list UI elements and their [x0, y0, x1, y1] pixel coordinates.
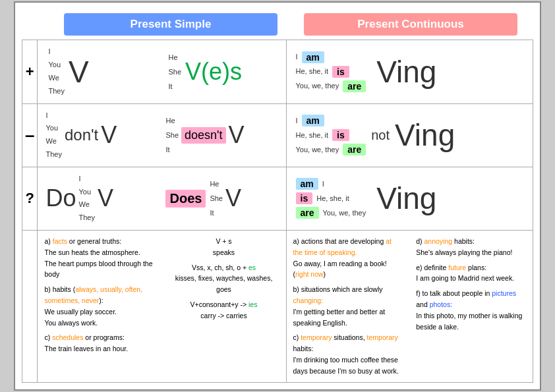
plus-symbol: + — [22, 40, 38, 103]
page: Present Simple Present Continuous + — [14, 1, 541, 390]
plus-simple-ves: V(e)s — [185, 58, 242, 86]
question-simple-left: Do IYouWeThey V — [42, 173, 161, 225]
question-symbol: ? — [22, 167, 38, 230]
minus-cont: I am He, she, it is You, we, they are no… — [291, 115, 529, 155]
plus-cont: I am He, she, it is You, we, they are Vi… — [291, 51, 529, 92]
minus-cont-ving: Ving — [395, 117, 455, 153]
question-cont: am I is He, she, it are You, we, they Vi… — [291, 178, 529, 219]
plus-cont-ving: Ving — [376, 54, 436, 90]
minus-symbol: – — [22, 103, 38, 167]
notes-cont-left: a) actions that are developing at the ti… — [287, 231, 410, 382]
question-simple-right: Does HeSheIt V — [161, 173, 281, 225]
notes-cont-right: d) annoying habits: She's always playing… — [409, 231, 533, 382]
plus-simple-right: HeSheIt V(e)s — [161, 45, 281, 98]
question-cont-ving: Ving — [376, 181, 436, 216]
header-present-continuous: Present Continuous — [304, 13, 517, 36]
plus-simple-v: V — [69, 54, 89, 90]
notes-simple-left: a) facts or general truths: The sun heat… — [38, 231, 161, 360]
notes-simple-right: V + s speaks Vss, x, ch, sh, o + es kiss… — [161, 231, 285, 360]
minus-simple-left: IYouWeThey don't V — [42, 109, 161, 161]
minus-simple-right: HeSheIt doesn't V — [161, 109, 281, 161]
header-present-simple: Present Simple — [64, 13, 278, 36]
minus-cont-not: not — [371, 128, 390, 143]
plus-simple-left: IYouWeThey V — [42, 45, 161, 98]
